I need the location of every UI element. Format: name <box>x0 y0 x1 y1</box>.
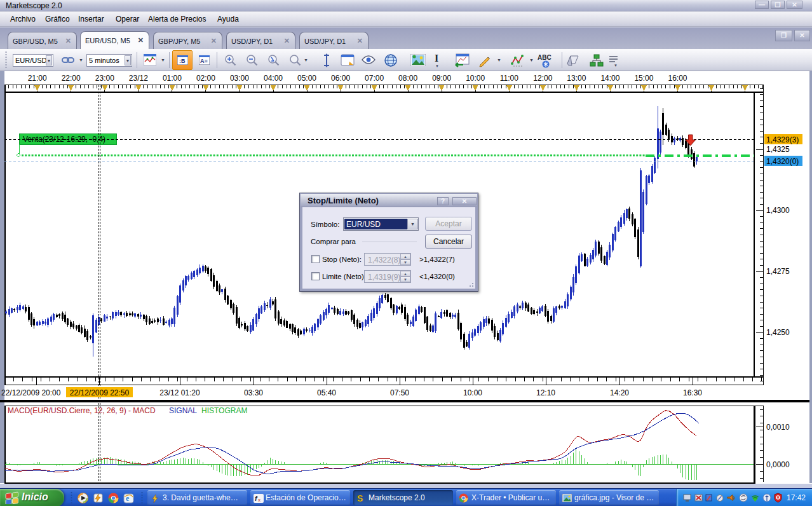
svg-text:03:30: 03:30 <box>244 388 263 397</box>
svg-text:14:00: 14:00 <box>600 74 619 83</box>
svg-text:11:00: 11:00 <box>500 74 518 83</box>
svg-text:02:00: 02:00 <box>196 74 215 83</box>
svg-text:22/12/2009 20:00: 22/12/2009 20:00 <box>1 388 61 397</box>
svg-text:23/12 01:20: 23/12 01:20 <box>159 388 200 397</box>
svg-text:14:20: 14:20 <box>610 388 629 397</box>
svg-text:07:50: 07:50 <box>390 388 409 397</box>
svg-text:S: S <box>357 493 363 503</box>
svg-text:1,4275: 1,4275 <box>766 267 790 276</box>
svg-text:x: x <box>258 497 261 503</box>
svg-text:10:00: 10:00 <box>463 388 482 397</box>
svg-text:07:00: 07:00 <box>365 74 384 83</box>
svg-text:12:10: 12:10 <box>536 388 555 397</box>
svg-text:22/12/2009 22:50: 22/12/2009 22:50 <box>70 388 130 397</box>
svg-text:04:00: 04:00 <box>264 74 283 83</box>
svg-text:10:00: 10:00 <box>466 74 485 83</box>
svg-text:09:00: 09:00 <box>432 74 451 83</box>
svg-text:23/12: 23/12 <box>129 74 148 83</box>
svg-text::B: :B <box>179 58 186 64</box>
svg-text:1,4329(3): 1,4329(3) <box>766 135 799 144</box>
svg-text:SIGNAL: SIGNAL <box>169 406 197 415</box>
svg-text:01:00: 01:00 <box>163 74 182 83</box>
svg-text:06:00: 06:00 <box>331 74 350 83</box>
svg-text:08:00: 08:00 <box>398 74 417 83</box>
svg-text:23:00: 23:00 <box>95 74 114 83</box>
svg-text:0,0000: 0,0000 <box>766 460 790 469</box>
svg-text:1,4320(0): 1,4320(0) <box>766 157 799 166</box>
svg-text:1,4250: 1,4250 <box>766 328 790 337</box>
svg-text:03:00: 03:00 <box>230 74 249 83</box>
svg-text:1,4300: 1,4300 <box>766 206 790 215</box>
svg-text:15:00: 15:00 <box>634 74 653 83</box>
svg-text:13:00: 13:00 <box>567 74 586 83</box>
svg-text:HISTOGRAM: HISTOGRAM <box>201 406 247 415</box>
svg-text:16:00: 16:00 <box>668 74 687 83</box>
svg-text:12:00: 12:00 <box>533 74 552 83</box>
svg-text:1,4325: 1,4325 <box>766 145 790 154</box>
svg-text:22:00: 22:00 <box>62 74 81 83</box>
svg-text:21:00: 21:00 <box>28 74 47 83</box>
svg-text:A≡: A≡ <box>200 58 208 64</box>
svg-text:MACD(EUR/USD.Cierre, 12, 26, 9: MACD(EUR/USD.Cierre, 12, 26, 9) - MACD <box>8 406 156 415</box>
svg-text:0,0010: 0,0010 <box>766 423 790 432</box>
svg-text:05:00: 05:00 <box>297 74 316 83</box>
svg-text:ABC: ABC <box>538 54 551 61</box>
svg-text:05:40: 05:40 <box>317 388 336 397</box>
svg-text:16:30: 16:30 <box>683 388 702 397</box>
